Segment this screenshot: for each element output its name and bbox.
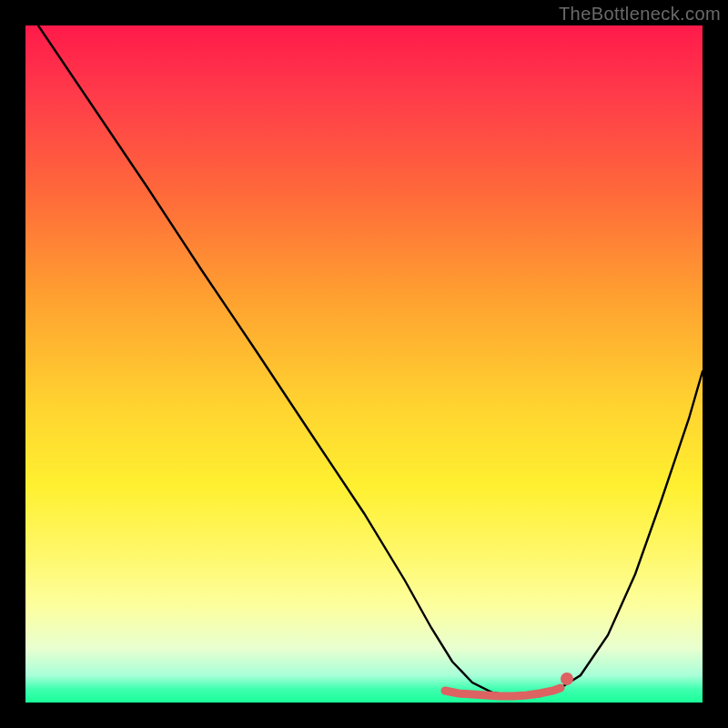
- valley-marker-line: [445, 688, 561, 696]
- gradient-plot-area: [25, 25, 703, 703]
- watermark-text: TheBottleneck.com: [559, 4, 721, 25]
- valley-end-dot: [561, 672, 573, 685]
- bottleneck-curve: [38, 25, 703, 696]
- plot-svg: [25, 25, 703, 703]
